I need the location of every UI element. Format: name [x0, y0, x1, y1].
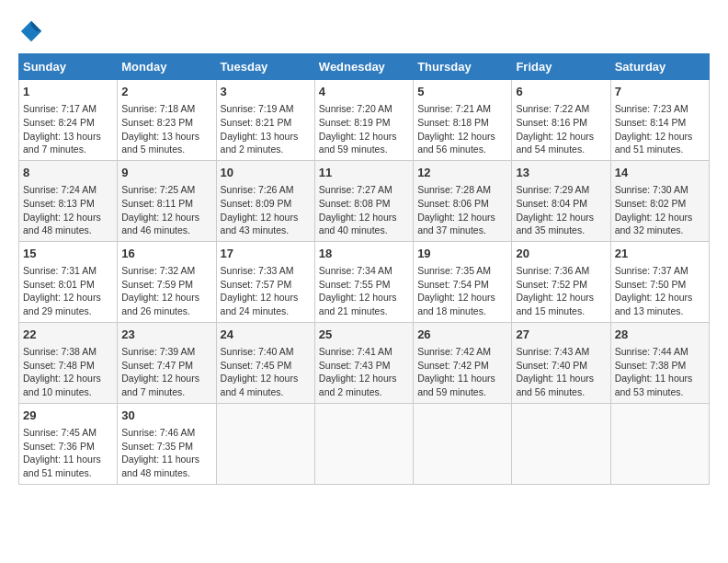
day-detail: Daylight: 12 hours — [417, 211, 507, 224]
day-detail: and 18 minutes. — [417, 304, 507, 318]
day-detail: Daylight: 11 hours — [615, 372, 705, 385]
day-detail: Daylight: 12 hours — [221, 291, 311, 304]
calendar-cell: 14Sunrise: 7:30 AMSunset: 8:02 PMDayligh… — [610, 160, 709, 241]
day-detail: Sunrise: 7:17 AM — [23, 102, 113, 116]
day-detail: Sunrise: 7:41 AM — [319, 345, 409, 359]
calendar-table: SundayMondayTuesdayWednesdayThursdayFrid… — [18, 53, 710, 485]
day-detail: Sunset: 7:40 PM — [516, 359, 606, 373]
day-detail: Sunset: 8:04 PM — [516, 197, 606, 211]
day-detail: Sunrise: 7:32 AM — [121, 264, 211, 278]
day-detail: Sunrise: 7:18 AM — [121, 102, 211, 116]
calendar-cell: 16Sunrise: 7:32 AMSunset: 7:59 PMDayligh… — [118, 241, 216, 322]
day-number: 25 — [319, 327, 409, 343]
day-detail: Sunset: 7:45 PM — [221, 359, 311, 373]
day-detail: and 32 minutes. — [615, 224, 705, 237]
calendar-cell: 24Sunrise: 7:40 AMSunset: 7:45 PMDayligh… — [216, 322, 314, 403]
day-number: 16 — [121, 246, 211, 262]
day-detail: Sunset: 7:48 PM — [23, 359, 113, 373]
day-number: 30 — [121, 408, 211, 424]
calendar-cell: 12Sunrise: 7:28 AMSunset: 8:06 PMDayligh… — [414, 160, 512, 241]
calendar-cell: 3Sunrise: 7:19 AMSunset: 8:21 PMDaylight… — [216, 80, 314, 161]
day-header-friday: Friday — [512, 54, 610, 80]
day-detail: and 10 minutes. — [23, 385, 113, 399]
day-number: 5 — [417, 84, 507, 100]
day-detail: and 4 minutes. — [221, 385, 311, 399]
day-number: 2 — [121, 84, 211, 100]
day-detail: Daylight: 12 hours — [615, 211, 705, 224]
day-detail: Sunset: 7:59 PM — [121, 278, 211, 292]
calendar-cell: 2Sunrise: 7:18 AMSunset: 8:23 PMDaylight… — [118, 80, 216, 161]
day-detail: Sunset: 8:09 PM — [221, 197, 311, 211]
calendar-cell: 30Sunrise: 7:46 AMSunset: 7:35 PMDayligh… — [118, 403, 216, 484]
day-detail: Sunrise: 7:37 AM — [615, 264, 705, 278]
day-detail: and 13 minutes. — [615, 304, 705, 318]
day-number: 13 — [516, 165, 606, 181]
calendar-cell: 26Sunrise: 7:42 AMSunset: 7:42 PMDayligh… — [414, 322, 512, 403]
calendar-cell: 29Sunrise: 7:45 AMSunset: 7:36 PMDayligh… — [19, 403, 118, 484]
day-detail: Sunset: 7:52 PM — [516, 278, 606, 292]
day-detail: and 35 minutes. — [516, 224, 606, 237]
day-detail: Sunset: 7:42 PM — [417, 359, 507, 373]
day-number: 15 — [23, 246, 113, 262]
day-detail: and 51 minutes. — [615, 143, 705, 156]
day-detail: Daylight: 12 hours — [23, 211, 113, 224]
calendar-cell: 4Sunrise: 7:20 AMSunset: 8:19 PMDaylight… — [314, 80, 413, 161]
day-detail: Sunset: 8:08 PM — [319, 197, 409, 211]
day-detail: Sunrise: 7:36 AM — [516, 264, 606, 278]
calendar-cell: 5Sunrise: 7:21 AMSunset: 8:18 PMDaylight… — [414, 80, 512, 161]
day-number: 23 — [121, 327, 211, 343]
day-detail: Sunset: 7:36 PM — [23, 440, 113, 454]
day-header-tuesday: Tuesday — [216, 54, 314, 80]
day-detail: Sunrise: 7:43 AM — [516, 345, 606, 359]
day-number: 29 — [23, 408, 113, 424]
day-detail: Sunset: 7:55 PM — [319, 278, 409, 292]
day-detail: and 2 minutes. — [221, 143, 311, 156]
day-detail: Sunrise: 7:21 AM — [417, 102, 507, 116]
day-detail: Sunset: 8:16 PM — [516, 116, 606, 130]
day-detail: Daylight: 12 hours — [319, 291, 409, 304]
day-detail: Sunrise: 7:28 AM — [417, 183, 507, 197]
day-number: 17 — [221, 246, 311, 262]
day-detail: Sunrise: 7:27 AM — [319, 183, 409, 197]
day-header-monday: Monday — [118, 54, 216, 80]
day-detail: Sunrise: 7:40 AM — [221, 345, 311, 359]
day-detail: Sunrise: 7:26 AM — [221, 183, 311, 197]
day-number: 28 — [615, 327, 705, 343]
logo — [18, 18, 48, 44]
calendar-cell: 7Sunrise: 7:23 AMSunset: 8:14 PMDaylight… — [610, 80, 709, 161]
day-detail: Daylight: 12 hours — [516, 211, 606, 224]
day-number: 8 — [23, 165, 113, 181]
day-detail: and 54 minutes. — [516, 143, 606, 156]
day-detail: Sunrise: 7:42 AM — [417, 345, 507, 359]
calendar-cell — [414, 403, 512, 484]
day-detail: Sunset: 8:02 PM — [615, 197, 705, 211]
day-detail: and 7 minutes. — [23, 143, 113, 156]
day-detail: Daylight: 12 hours — [516, 130, 606, 144]
day-number: 4 — [319, 84, 409, 100]
day-number: 10 — [221, 165, 311, 181]
day-header-sunday: Sunday — [19, 54, 118, 80]
day-number: 26 — [417, 327, 507, 343]
day-detail: and 56 minutes. — [516, 385, 606, 399]
day-detail: Daylight: 13 hours — [23, 130, 113, 144]
day-detail: and 56 minutes. — [417, 143, 507, 156]
day-detail: Sunset: 8:23 PM — [121, 116, 211, 130]
day-detail: Daylight: 12 hours — [615, 291, 705, 304]
day-detail: Sunset: 7:38 PM — [615, 359, 705, 373]
day-detail: and 2 minutes. — [319, 385, 409, 399]
day-detail: Daylight: 12 hours — [23, 372, 113, 385]
day-detail: Sunset: 8:18 PM — [417, 116, 507, 130]
day-detail: Daylight: 11 hours — [23, 453, 113, 466]
day-detail: Daylight: 12 hours — [615, 130, 705, 144]
day-detail: and 43 minutes. — [221, 224, 311, 237]
day-detail: Sunset: 8:21 PM — [221, 116, 311, 130]
calendar-cell — [610, 403, 709, 484]
calendar-cell: 21Sunrise: 7:37 AMSunset: 7:50 PMDayligh… — [610, 241, 709, 322]
day-detail: Daylight: 12 hours — [319, 211, 409, 224]
calendar-cell: 28Sunrise: 7:44 AMSunset: 7:38 PMDayligh… — [610, 322, 709, 403]
day-header-wednesday: Wednesday — [314, 54, 413, 80]
calendar-cell: 6Sunrise: 7:22 AMSunset: 8:16 PMDaylight… — [512, 80, 610, 161]
calendar-cell: 13Sunrise: 7:29 AMSunset: 8:04 PMDayligh… — [512, 160, 610, 241]
day-detail: Daylight: 12 hours — [417, 291, 507, 304]
day-detail: and 29 minutes. — [23, 304, 113, 318]
